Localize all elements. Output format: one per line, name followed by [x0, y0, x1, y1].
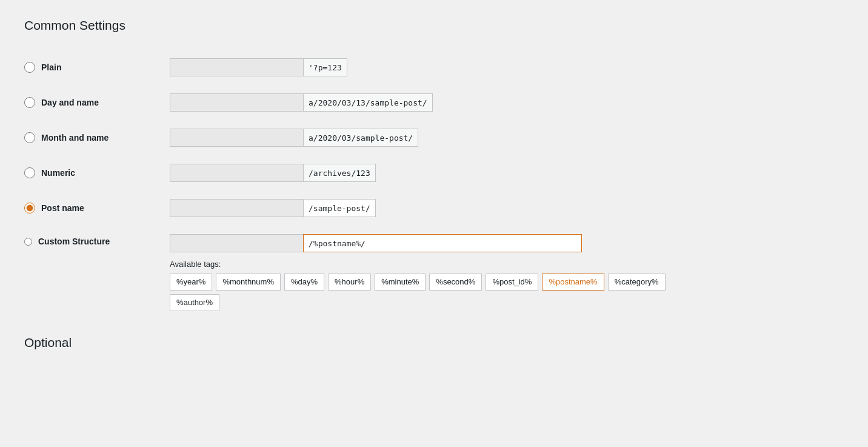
option-label-custom-structure[interactable]: Custom Structure: [24, 234, 170, 246]
options-list: Plain '?p=123 Day and name a/2020/03/13/…: [24, 50, 844, 323]
option-row-month-and-name: Month and name a/2020/03/sample-post/: [24, 120, 844, 155]
available-tags-section: Available tags: %year% %monthnum% %day% …: [170, 260, 844, 311]
tags-row-1: %year% %monthnum% %day% %hour% %minute% …: [170, 274, 844, 291]
option-label-day-and-name[interactable]: Day and name: [24, 97, 170, 108]
tag-category[interactable]: %category%: [608, 274, 666, 291]
url-suffix-plain: '?p=123: [303, 58, 347, 76]
radio-plain[interactable]: [24, 62, 35, 73]
url-prefix-month-and-name: [170, 129, 303, 147]
optional-title: Optional: [24, 335, 844, 350]
label-plain: Plain: [41, 62, 61, 72]
url-prefix-plain: [170, 58, 303, 76]
tag-post-id[interactable]: %post_id%: [486, 274, 538, 291]
tag-postname[interactable]: %postname%: [542, 274, 604, 291]
label-day-and-name: Day and name: [41, 98, 99, 107]
custom-url-row: [170, 234, 844, 252]
url-suffix-day-and-name: a/2020/03/13/sample-post/: [303, 93, 433, 112]
radio-post-name[interactable]: [24, 203, 35, 213]
url-suffix-month-and-name: a/2020/03/sample-post/: [303, 129, 418, 147]
option-row-custom-structure: Custom Structure Available tags: %year% …: [24, 226, 844, 323]
radio-month-and-name[interactable]: [24, 132, 35, 143]
custom-structure-input[interactable]: [303, 234, 582, 252]
url-display-day-and-name: a/2020/03/13/sample-post/: [170, 93, 844, 112]
option-label-post-name[interactable]: Post name: [24, 203, 170, 213]
url-prefix-day-and-name: [170, 93, 303, 112]
tag-day[interactable]: %day%: [284, 274, 324, 291]
radio-custom-structure[interactable]: [24, 238, 32, 246]
url-display-numeric: /archives/123: [170, 164, 844, 182]
url-display-post-name: /sample-post/: [170, 199, 844, 217]
radio-day-and-name[interactable]: [24, 97, 35, 108]
option-row-day-and-name: Day and name a/2020/03/13/sample-post/: [24, 85, 844, 120]
url-display-month-and-name: a/2020/03/sample-post/: [170, 129, 844, 147]
option-label-month-and-name[interactable]: Month and name: [24, 132, 170, 143]
tag-hour[interactable]: %hour%: [328, 274, 371, 291]
option-row-numeric: Numeric /archives/123: [24, 155, 844, 190]
label-numeric: Numeric: [41, 168, 75, 178]
tags-row-2: %author%: [170, 294, 844, 311]
available-tags-label: Available tags:: [170, 260, 844, 269]
tag-year[interactable]: %year%: [170, 274, 212, 291]
url-suffix-post-name: /sample-post/: [303, 199, 376, 217]
radio-numeric[interactable]: [24, 167, 35, 178]
option-label-numeric[interactable]: Numeric: [24, 167, 170, 178]
tag-minute[interactable]: %minute%: [375, 274, 426, 291]
url-suffix-numeric: /archives/123: [303, 164, 376, 182]
custom-url-prefix: [170, 234, 303, 252]
url-prefix-numeric: [170, 164, 303, 182]
option-row-plain: Plain '?p=123: [24, 50, 844, 85]
label-custom-structure: Custom Structure: [38, 237, 110, 246]
label-month-and-name: Month and name: [41, 133, 109, 143]
common-settings-title: Common Settings: [24, 18, 844, 33]
option-row-post-name: Post name /sample-post/: [24, 190, 844, 226]
option-label-plain[interactable]: Plain: [24, 62, 170, 73]
tag-monthnum[interactable]: %monthnum%: [216, 274, 281, 291]
label-post-name: Post name: [41, 203, 84, 213]
tag-second[interactable]: %second%: [429, 274, 482, 291]
tag-author[interactable]: %author%: [170, 294, 219, 311]
url-prefix-post-name: [170, 199, 303, 217]
url-display-plain: '?p=123: [170, 58, 844, 76]
custom-structure-right: Available tags: %year% %monthnum% %day% …: [170, 234, 844, 315]
